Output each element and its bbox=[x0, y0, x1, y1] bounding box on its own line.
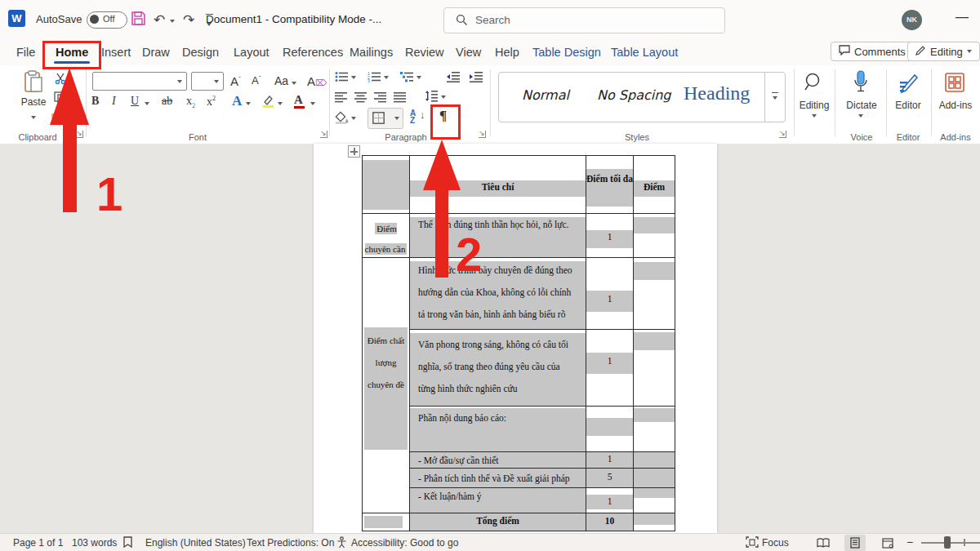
font-size-combobox[interactable] bbox=[191, 72, 224, 91]
zoom-slider-track[interactable] bbox=[921, 542, 980, 544]
subscript-button[interactable]: x2 bbox=[186, 95, 195, 109]
find-editing-icon[interactable] bbox=[804, 72, 825, 96]
table-cell[interactable]: Điểm chuyên cần bbox=[363, 214, 410, 258]
highlight-chevron-icon[interactable] bbox=[278, 102, 283, 105]
table-cell[interactable]: 5 bbox=[586, 469, 634, 488]
table-cell[interactable] bbox=[363, 513, 410, 531]
shading-button[interactable] bbox=[335, 111, 350, 127]
borders-button[interactable] bbox=[368, 108, 403, 129]
table-cell[interactable]: Phần nội dung báo cáo: bbox=[410, 407, 586, 452]
tab-home[interactable]: Home bbox=[56, 46, 88, 59]
shrink-font-button[interactable]: Aˇ bbox=[252, 74, 261, 87]
show-formatting-marks-button[interactable]: ¶ bbox=[434, 108, 452, 131]
align-right-button[interactable] bbox=[374, 91, 386, 106]
line-spacing-button[interactable] bbox=[425, 90, 438, 105]
table-cell[interactable]: 10 bbox=[586, 513, 634, 531]
styles-more-button[interactable] bbox=[764, 73, 785, 122]
dictate-icon[interactable] bbox=[853, 70, 869, 100]
format-painter-button[interactable] bbox=[51, 113, 63, 128]
font-dialog-launcher[interactable]: ↘ bbox=[320, 131, 327, 138]
paragraph-dialog-launcher[interactable]: ↘ bbox=[479, 131, 486, 138]
tab-table-layout[interactable]: Table Layout bbox=[611, 46, 678, 59]
language-indicator[interactable]: English (United States) bbox=[145, 537, 246, 549]
proofing-icon[interactable] bbox=[122, 536, 133, 551]
clipboard-dialog-launcher[interactable]: ↘ bbox=[76, 131, 83, 138]
grow-font-button[interactable]: Aˆ bbox=[230, 74, 241, 88]
line-spacing-chevron-icon[interactable] bbox=[441, 96, 446, 99]
tab-file[interactable]: File bbox=[16, 46, 35, 59]
tab-review[interactable]: Review bbox=[405, 46, 444, 59]
text-effects-chevron-icon[interactable] bbox=[246, 102, 251, 105]
tab-insert[interactable]: Insert bbox=[101, 46, 131, 59]
editing-group-button[interactable]: Editing bbox=[794, 100, 835, 111]
style-normal[interactable]: Normal bbox=[522, 87, 569, 103]
tab-table-design[interactable]: Table Design bbox=[532, 46, 601, 59]
style-heading[interactable]: Heading bbox=[684, 82, 750, 104]
table-cell[interactable] bbox=[634, 469, 675, 488]
align-center-button[interactable] bbox=[354, 91, 367, 106]
comments-button[interactable]: Comments bbox=[831, 42, 914, 61]
editing-mode-button[interactable]: Editing bbox=[907, 42, 980, 61]
font-color-button[interactable]: A bbox=[294, 93, 303, 107]
table-cell[interactable] bbox=[634, 513, 675, 531]
highlight-color-button[interactable] bbox=[261, 95, 275, 112]
table-cell[interactable]: 1 bbox=[586, 258, 634, 330]
change-case-button[interactable]: Aa bbox=[274, 74, 296, 87]
dictate-button[interactable]: Dictate bbox=[839, 100, 884, 111]
cut-button[interactable] bbox=[54, 72, 67, 88]
copy-button[interactable] bbox=[54, 91, 66, 108]
table-cell[interactable]: Hình thức trình bày chuyên đề đúng theo … bbox=[410, 258, 586, 330]
zoom-out-button[interactable]: − bbox=[906, 535, 913, 549]
table-move-handle[interactable] bbox=[348, 145, 360, 158]
tab-references[interactable]: References bbox=[283, 46, 343, 59]
tab-design[interactable]: Design bbox=[182, 46, 219, 59]
table-cell[interactable] bbox=[634, 407, 675, 452]
tab-mailings[interactable]: Mailings bbox=[350, 46, 393, 59]
italic-button[interactable]: I bbox=[112, 95, 116, 108]
table-cell[interactable]: 1 bbox=[586, 330, 634, 407]
font-name-combobox[interactable] bbox=[92, 72, 187, 91]
table-cell[interactable]: - Kết luận/hàm ý bbox=[410, 488, 586, 513]
editor-button[interactable]: Editor bbox=[888, 100, 929, 111]
table-cell[interactable] bbox=[363, 156, 410, 214]
document-page[interactable]: Tiêu chí Điểm tối đa Điểm Điểm chuyên cầ… bbox=[314, 144, 717, 533]
table-cell[interactable]: - Mở đầu/sự cần thiết bbox=[410, 452, 586, 469]
table-cell[interactable]: 1 bbox=[586, 214, 634, 258]
table-cell[interactable]: Điểm tối đa bbox=[586, 156, 634, 214]
bullets-button[interactable] bbox=[335, 71, 349, 86]
grading-table[interactable]: Tiêu chí Điểm tối đa Điểm Điểm chuyên cầ… bbox=[362, 155, 675, 531]
editor-icon[interactable] bbox=[897, 72, 920, 98]
table-cell[interactable]: 1 bbox=[586, 488, 634, 513]
sort-button[interactable]: AZ↓ bbox=[410, 109, 416, 124]
word-count[interactable]: 103 words bbox=[72, 537, 117, 549]
numbering-button[interactable]: 123 bbox=[368, 71, 381, 86]
justify-button[interactable] bbox=[394, 91, 406, 106]
bullets-chevron-icon[interactable] bbox=[351, 76, 356, 79]
styles-dialog-launcher[interactable]: ↘ bbox=[779, 131, 786, 138]
table-cell[interactable]: 1 bbox=[586, 452, 634, 469]
table-cell[interactable]: Tổng điểm bbox=[410, 513, 586, 531]
superscript-button[interactable]: x2 bbox=[207, 95, 216, 109]
table-cell[interactable] bbox=[634, 214, 675, 258]
bold-button[interactable]: B bbox=[91, 95, 99, 108]
text-predictions[interactable]: Text Predictions: On bbox=[247, 537, 334, 549]
account-avatar[interactable]: NK bbox=[902, 10, 922, 30]
tab-draw[interactable]: Draw bbox=[142, 46, 170, 59]
read-mode-button[interactable] bbox=[813, 535, 834, 551]
strikethrough-button[interactable]: ab bbox=[162, 95, 172, 108]
table-cell[interactable] bbox=[634, 330, 675, 407]
table-cell[interactable] bbox=[634, 488, 675, 513]
tab-view[interactable]: View bbox=[456, 46, 481, 59]
table-cell[interactable]: Điểm chất lượng chuyên đề bbox=[363, 258, 410, 513]
table-cell[interactable]: - Phân tích tình thế và Đề xuất giải phá… bbox=[410, 469, 586, 488]
text-effects-button[interactable]: A bbox=[232, 93, 242, 109]
increase-indent-button[interactable] bbox=[469, 71, 483, 86]
table-cell[interactable]: Văn phong trong sáng, không có câu tối n… bbox=[410, 330, 586, 407]
add-ins-button[interactable]: Add-ins bbox=[935, 100, 976, 111]
search-input[interactable]: Search bbox=[443, 7, 725, 33]
multilevel-chevron-icon[interactable] bbox=[416, 76, 421, 79]
table-cell[interactable] bbox=[634, 258, 675, 330]
font-color-chevron-icon[interactable] bbox=[310, 102, 315, 105]
add-ins-icon[interactable] bbox=[944, 72, 965, 96]
numbering-chevron-icon[interactable] bbox=[384, 76, 389, 79]
